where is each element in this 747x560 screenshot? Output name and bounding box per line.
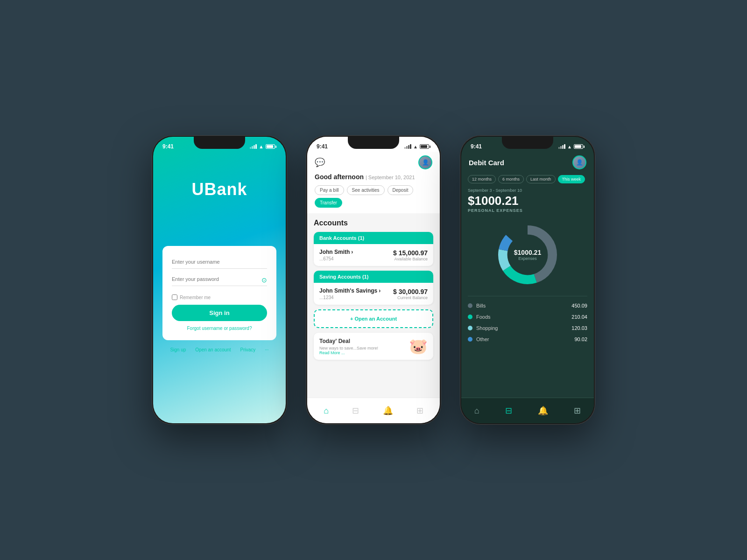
open-account-button[interactable]: + Open an Account	[314, 309, 433, 328]
saving-account-balance: $ 30,000.97	[393, 288, 428, 295]
debit-nav-card[interactable]: ⊟	[505, 406, 512, 416]
status-icons-dashboard: ▲	[404, 144, 430, 149]
phones-container: 9:41 ▲ UBank	[152, 135, 595, 425]
open-account-link[interactable]: Open an account	[195, 347, 231, 352]
pill-transfer[interactable]: Transfer	[315, 198, 342, 208]
battery-icon-debit	[574, 144, 585, 149]
greeting: Good afternoon | September 10, 2021	[315, 173, 432, 181]
saving-account-card: Saving Accounts (1) John Smith's Savings…	[314, 271, 433, 305]
foods-name: Foods	[476, 314, 491, 320]
bank-account-balance: $ 15,000.97	[393, 249, 428, 257]
debit-nav-home[interactable]: ⌂	[474, 406, 479, 416]
deal-link[interactable]: Read More ...	[319, 350, 378, 355]
bank-account-number: ...6754	[319, 256, 353, 261]
nav-grid[interactable]: ⊞	[416, 406, 423, 416]
remember-label: Remember me	[180, 295, 211, 300]
bottom-nav-dashboard: ⌂ ⊟ 🔔 ⊞	[307, 398, 440, 423]
wifi-icon: ▲	[259, 144, 264, 149]
bottom-nav-debit: ⌂ ⊟ 🔔 ⊞	[461, 398, 594, 423]
pill-see-activities[interactable]: See activities	[347, 185, 385, 195]
saving-account-number: ...1234	[319, 295, 381, 300]
date-range: September 3 - September 10	[461, 183, 594, 194]
pill-pay-bill[interactable]: Pay a bill	[315, 185, 344, 195]
open-account-label: + Open an Account	[350, 316, 397, 322]
bank-account-name[interactable]: John Smith ›	[319, 249, 353, 255]
signup-link[interactable]: Sign up	[170, 347, 186, 352]
signal-icon	[250, 144, 257, 149]
piggy-icon: 🐷	[409, 337, 428, 355]
wifi-icon-dash: ▲	[413, 144, 418, 149]
eye-icon[interactable]: ⊙	[261, 276, 267, 284]
dash-top: 💬 👤	[315, 155, 432, 169]
remember-checkbox[interactable]	[172, 294, 177, 300]
sign-in-button[interactable]: Sign in	[172, 305, 267, 321]
foods-dot	[468, 315, 472, 319]
login-form: ⊙ Remember me Sign in Forgot username or…	[162, 246, 276, 340]
greeting-text: Good afternoon	[315, 173, 364, 181]
privacy-link[interactable]: Privacy	[240, 347, 255, 352]
bills-dot	[468, 303, 472, 308]
phone-login: 9:41 ▲ UBank	[152, 135, 287, 425]
more-link[interactable]: ···	[265, 347, 268, 352]
saving-account-header: Saving Accounts (1)	[314, 271, 433, 283]
debit-avatar[interactable]: 👤	[572, 155, 586, 169]
deal-card: Today' Deal New ways to save...Save more…	[314, 333, 433, 360]
shopping-value: 120.03	[571, 325, 587, 331]
expense-other: Other 90.02	[468, 334, 587, 345]
debit-nav-bell[interactable]: 🔔	[538, 406, 548, 416]
signal-icon-debit	[558, 144, 565, 149]
deal-text: New ways to save...Save more!	[319, 346, 378, 350]
remember-me: Remember me	[172, 294, 267, 300]
donut-label: Expenses	[514, 256, 541, 261]
nav-card[interactable]: ⊟	[352, 406, 359, 416]
deal-title: Today' Deal	[319, 338, 378, 344]
bank-account-body: John Smith › ...6754 $ 15,000.97 Availab…	[314, 244, 433, 266]
status-time-dashboard: 9:41	[317, 143, 328, 150]
debit-header: Debit Card 👤	[461, 152, 594, 175]
wifi-icon-debit: ▲	[567, 144, 572, 149]
greeting-date: | September 10, 2021	[366, 175, 415, 180]
notch	[348, 137, 399, 149]
status-icons-debit: ▲	[558, 144, 585, 149]
bank-balance-label: Available Balance	[393, 257, 428, 261]
expense-bills: Bills 450.09	[468, 300, 587, 311]
status-time-debit: 9:41	[471, 143, 482, 150]
battery-icon-dash	[420, 144, 430, 149]
period-6months[interactable]: 6 months	[498, 175, 524, 183]
login-footer: Sign up Open an account Privacy ···	[153, 347, 286, 357]
action-pills: Pay a bill See activities Deposit Transf…	[315, 185, 432, 208]
expense-amount: $1000.21	[461, 194, 594, 208]
period-12months[interactable]: 12 months	[468, 175, 496, 183]
pill-deposit[interactable]: Deposit	[388, 185, 414, 195]
saving-account-row: John Smith's Savings › ...1234 $ 30,000.…	[319, 287, 428, 300]
phone-dashboard: 9:41 ▲ 💬	[306, 135, 441, 425]
debit-nav-grid[interactable]: ⊞	[574, 406, 581, 416]
password-input[interactable]	[172, 273, 267, 286]
expense-list: Bills 450.09 Foods 210.04 Shopping	[461, 300, 594, 345]
nav-bell[interactable]: 🔔	[383, 406, 393, 416]
other-value: 90.02	[574, 336, 587, 342]
period-pills: 12 months 6 months Last month This week	[461, 175, 594, 183]
expense-foods: Foods 210.04	[468, 311, 587, 322]
accounts-title: Accounts	[314, 219, 433, 227]
bank-account-card: Bank Accounts (1) John Smith › ...6754 $…	[314, 232, 433, 266]
period-last-month[interactable]: Last month	[526, 175, 556, 183]
bills-value: 450.09	[571, 303, 587, 308]
user-avatar[interactable]: 👤	[418, 155, 432, 169]
bills-name: Bills	[476, 303, 486, 308]
saving-account-body: John Smith's Savings › ...1234 $ 30,000.…	[314, 283, 433, 305]
period-this-week[interactable]: This week	[558, 175, 585, 183]
saving-account-name[interactable]: John Smith's Savings ›	[319, 287, 381, 294]
forgot-link[interactable]: Forgot username or password?	[172, 326, 267, 331]
divider	[468, 296, 587, 296]
notch	[502, 137, 553, 149]
battery-icon	[266, 144, 276, 149]
signal-icon-dash	[404, 144, 411, 149]
status-icons-login: ▲	[250, 144, 276, 149]
username-input[interactable]	[172, 255, 267, 269]
expense-shopping: Shopping 120.03	[468, 322, 587, 334]
chat-icon[interactable]: 💬	[315, 157, 325, 168]
foods-value: 210.04	[571, 314, 587, 320]
bank-account-header: Bank Accounts (1)	[314, 232, 433, 244]
nav-home[interactable]: ⌂	[324, 406, 329, 416]
